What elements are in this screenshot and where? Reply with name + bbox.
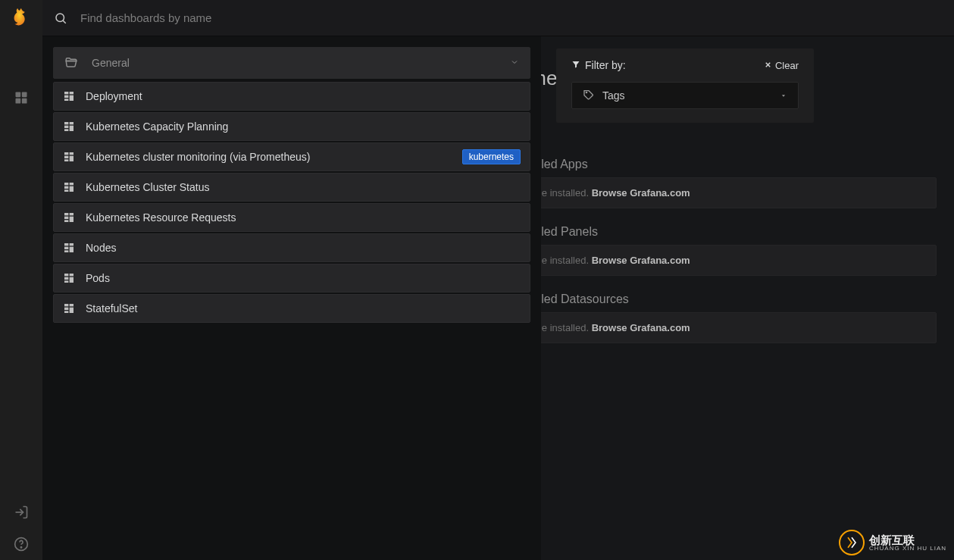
filter-icon	[571, 59, 580, 71]
svg-rect-12	[64, 122, 68, 124]
help-icon[interactable]	[0, 528, 42, 560]
watermark-subtitle: CHUANG XIN HU LIAN	[869, 546, 946, 552]
svg-rect-37	[64, 274, 68, 276]
dashboard-label: Kubernetes Resource Requests	[86, 211, 521, 224]
dashboard-icon	[63, 211, 75, 224]
dashboard-label: Deployment	[86, 90, 521, 102]
svg-rect-17	[64, 152, 68, 155]
svg-rect-13	[70, 122, 74, 124]
svg-point-5	[20, 547, 21, 548]
dashboard-icon	[63, 272, 75, 284]
watermark-logo-icon	[839, 530, 865, 555]
svg-rect-14	[64, 126, 68, 128]
svg-rect-43	[70, 304, 74, 306]
svg-rect-45	[70, 308, 74, 313]
svg-rect-21	[64, 159, 68, 161]
dashboard-row[interactable]: Kubernetes Resource Requests	[53, 203, 530, 232]
svg-rect-41	[64, 280, 68, 283]
svg-rect-11	[64, 99, 68, 101]
svg-rect-3	[22, 99, 27, 104]
dashboard-icon	[63, 90, 75, 102]
dashboard-row[interactable]: Nodes	[53, 233, 530, 262]
svg-point-6	[56, 14, 64, 22]
dashboard-label: Kubernetes Capacity Planning	[86, 120, 521, 133]
bg-section-card: None installed. Browse Grafana.com	[512, 312, 937, 343]
filter-title: Filter by:	[585, 59, 626, 71]
svg-rect-29	[64, 217, 68, 219]
dashboard-icon	[63, 151, 75, 163]
svg-rect-34	[64, 247, 68, 249]
svg-rect-36	[64, 250, 68, 252]
folder-title: General	[92, 57, 496, 69]
filter-panel: Filter by: Clear Tags	[556, 48, 814, 123]
svg-rect-1	[22, 92, 27, 98]
tags-dropdown[interactable]: Tags	[571, 82, 799, 109]
svg-rect-9	[64, 95, 68, 98]
svg-rect-30	[70, 217, 74, 222]
svg-rect-24	[64, 186, 68, 189]
svg-rect-33	[70, 243, 74, 246]
svg-point-47	[586, 92, 586, 92]
dashboard-icon	[63, 242, 75, 254]
svg-rect-20	[70, 156, 74, 161]
dashboard-row[interactable]: StatefulSet	[53, 294, 530, 323]
dashboards-nav-icon[interactable]	[0, 82, 42, 114]
browse-link[interactable]: Browse Grafana.com	[592, 187, 690, 199]
dashboard-label: StatefulSet	[86, 302, 521, 314]
svg-rect-22	[64, 183, 68, 185]
svg-rect-23	[70, 183, 74, 185]
search-results-overlay: General DeploymentKubernetes Capacity Pl…	[42, 36, 541, 560]
svg-rect-28	[70, 213, 74, 215]
dashboard-icon	[63, 181, 75, 193]
dashboard-row[interactable]: Deployment	[53, 82, 530, 111]
signin-icon[interactable]	[0, 496, 42, 528]
clear-filter-button[interactable]: Clear	[764, 60, 799, 71]
dashboard-label: Pods	[86, 272, 521, 284]
svg-rect-2	[16, 99, 21, 104]
dashboard-icon	[63, 120, 75, 133]
bg-section-title: Installed Datasources	[512, 293, 937, 306]
browse-link[interactable]: Browse Grafana.com	[592, 255, 690, 266]
dashboard-row[interactable]: Kubernetes cluster monitoring (via Prome…	[53, 142, 530, 171]
svg-rect-42	[64, 304, 68, 306]
side-rail	[0, 0, 42, 560]
svg-rect-46	[64, 311, 68, 313]
watermark-title: 创新互联	[869, 534, 946, 546]
folder-open-icon	[64, 55, 78, 71]
dashboard-row[interactable]: Kubernetes Cluster Status	[53, 173, 530, 202]
watermark: 创新互联 CHUANG XIN HU LIAN	[839, 530, 946, 555]
svg-rect-31	[64, 220, 68, 222]
svg-rect-27	[64, 213, 68, 215]
svg-rect-40	[70, 277, 74, 283]
close-icon	[764, 60, 772, 71]
dashboard-label: Kubernetes cluster monitoring (via Prome…	[86, 151, 452, 163]
folder-header[interactable]: General	[53, 47, 530, 79]
dashboard-row[interactable]: Pods	[53, 264, 530, 293]
dashboard-label: Kubernetes Cluster Status	[86, 181, 521, 193]
caret-down-icon	[780, 89, 787, 102]
svg-rect-19	[64, 156, 68, 158]
svg-rect-15	[70, 126, 74, 131]
svg-rect-26	[64, 189, 68, 192]
svg-rect-39	[64, 277, 68, 280]
grafana-logo[interactable]	[0, 0, 42, 36]
svg-rect-32	[64, 243, 68, 246]
search-input[interactable]	[79, 0, 954, 36]
svg-rect-16	[64, 129, 68, 131]
dashboard-row[interactable]: Kubernetes Capacity Planning	[53, 112, 530, 141]
svg-rect-18	[70, 152, 74, 155]
dashboard-tag[interactable]: kubernetes	[462, 149, 521, 164]
tags-label: Tags	[602, 89, 625, 102]
svg-rect-10	[70, 95, 74, 101]
bg-section-card: None installed. Browse Grafana.com	[512, 177, 937, 208]
chevron-down-icon	[510, 57, 519, 69]
svg-rect-7	[64, 92, 68, 94]
bg-section-card: None installed. Browse Grafana.com	[512, 245, 937, 276]
search-icon	[42, 11, 79, 25]
topbar	[42, 0, 954, 36]
bg-section-title: Installed Panels	[512, 225, 937, 239]
svg-rect-0	[16, 92, 21, 98]
browse-link[interactable]: Browse Grafana.com	[592, 322, 690, 333]
svg-rect-38	[70, 274, 74, 276]
svg-rect-25	[70, 186, 74, 192]
